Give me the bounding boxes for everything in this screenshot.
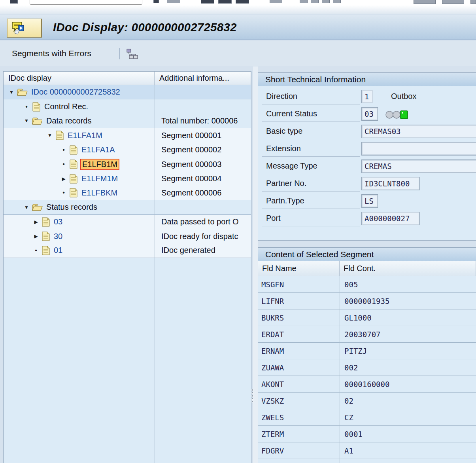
segment-field-row[interactable]: LIFNR 0000001935 bbox=[258, 293, 476, 309]
expander-icon[interactable]: ▶ bbox=[60, 176, 67, 181]
panel-splitter[interactable] bbox=[253, 66, 258, 463]
tree-row-control-rec[interactable]: • Control Rec. bbox=[4, 99, 251, 114]
field-content-cell: A1 bbox=[340, 446, 476, 455]
expander-icon[interactable]: ▼ bbox=[47, 133, 53, 138]
field-content-cell: PITZJ bbox=[340, 347, 476, 355]
tree-node-info: IDoc ready for dispatc bbox=[155, 229, 252, 243]
page-down-icon[interactable] bbox=[333, 0, 341, 3]
tree-column-divider[interactable] bbox=[155, 85, 155, 463]
help-icon[interactable] bbox=[470, 0, 476, 4]
leaf-dot-icon: • bbox=[60, 147, 67, 153]
segment-field-row[interactable]: FDGRV A1 bbox=[258, 442, 476, 459]
document-icon bbox=[42, 246, 50, 255]
column-header-fld-name[interactable]: Fld Name bbox=[258, 261, 340, 276]
direction-value-box[interactable]: 1 bbox=[362, 90, 373, 103]
field-content-cell: 0000160000 bbox=[340, 380, 476, 389]
command-field-input[interactable] bbox=[30, 0, 142, 5]
tree-row-e1lfm1m[interactable]: ▶ E1LFM1M Segment 000004 bbox=[4, 171, 251, 186]
column-header-fld-cont[interactable]: Fld Cont. bbox=[340, 261, 476, 276]
expander-icon[interactable]: ▼ bbox=[8, 90, 15, 95]
segment-field-row[interactable]: AKONT 0000160000 bbox=[258, 376, 476, 393]
segments-with-errors-button[interactable]: Segments with Errors bbox=[12, 41, 91, 66]
tree-node-label: Control Rec. bbox=[44, 102, 88, 111]
splitter-grip[interactable] bbox=[251, 389, 255, 402]
save-icon[interactable] bbox=[167, 0, 180, 3]
folder-icon bbox=[32, 117, 43, 125]
tree-node-info: IDoc generated bbox=[155, 243, 252, 257]
title-bar: IDoc Display: 0000000002725832 bbox=[0, 15, 476, 40]
field-content-cell: 0001 bbox=[340, 430, 476, 438]
tree-column-header-idoc-display[interactable]: IDoc display bbox=[4, 72, 155, 85]
field-basic-type: Basic type CREMAS03 bbox=[258, 123, 476, 141]
tree-row-e1lfbkm[interactable]: • E1LFBKM Segment 000006 bbox=[4, 186, 251, 200]
tree-column-header-additional-info[interactable]: Additional informa... bbox=[155, 72, 251, 85]
tree-row-e1lfa1m[interactable]: ▼ E1LFA1M Segment 000001 bbox=[4, 128, 251, 142]
field-content-cell: 20030707 bbox=[340, 330, 476, 339]
tree-row-status-03[interactable]: ▶ 03 Data passed to port O bbox=[4, 215, 251, 229]
field-content-cell: GL1000 bbox=[340, 313, 476, 322]
find-next-icon[interactable] bbox=[311, 0, 319, 3]
page-up-icon[interactable] bbox=[322, 0, 330, 3]
tree-row-e1lfa1a[interactable]: • E1LFA1A Segment 000002 bbox=[4, 143, 251, 157]
toolbar-icon-fragment[interactable] bbox=[153, 0, 159, 3]
print-icon[interactable] bbox=[270, 0, 282, 3]
field-label: Direction bbox=[266, 92, 297, 101]
tree-row-status-30[interactable]: ▶ 30 IDoc ready for dispatc bbox=[4, 229, 251, 243]
field-label: Current Status bbox=[266, 109, 317, 118]
segment-table-column-divider[interactable] bbox=[340, 276, 340, 463]
segment-field-row[interactable]: MSGFN 005 bbox=[258, 276, 476, 293]
basic-type-value-box[interactable]: CREMAS03 bbox=[362, 125, 476, 138]
gui-status-button[interactable] bbox=[7, 19, 42, 38]
expander-icon[interactable]: ▼ bbox=[23, 118, 30, 123]
segment-field-row[interactable]: ERNAM PITZJ bbox=[258, 343, 476, 359]
tree-row-e1lfb1m-selected[interactable]: • E1LFB1M Segment 000003 bbox=[4, 157, 251, 171]
cancel-icon[interactable] bbox=[236, 0, 249, 4]
document-icon bbox=[42, 232, 50, 241]
extension-value-box[interactable] bbox=[362, 142, 476, 155]
message-type-value-box[interactable]: CREMAS bbox=[362, 160, 476, 173]
tree-node-info: Segment 000002 bbox=[155, 143, 252, 157]
standard-toolbar-clipped bbox=[0, 0, 476, 5]
hierarchy-button[interactable] bbox=[125, 47, 139, 61]
partner-no-value-box[interactable]: ID3CLNT800 bbox=[362, 177, 419, 190]
field-partner-no: Partner No. ID3CLNT800 bbox=[258, 176, 476, 193]
segment-field-row[interactable]: BUKRS GL1000 bbox=[258, 309, 476, 326]
field-name-cell: BUKRS bbox=[258, 313, 340, 322]
segment-field-row[interactable]: ZUAWA 002 bbox=[258, 359, 476, 376]
leaf-dot-icon: • bbox=[33, 247, 39, 254]
direction-text: Outbox bbox=[391, 92, 416, 101]
segment-field-row[interactable]: ZWELS CZ bbox=[258, 409, 476, 426]
document-icon bbox=[69, 159, 78, 169]
segment-field-row[interactable]: ZTERM 0001 bbox=[258, 426, 476, 442]
current-status-value-box[interactable]: 03 bbox=[362, 108, 378, 120]
segment-field-row[interactable]: ERDAT 20030707 bbox=[258, 326, 476, 343]
tree-row-status-01[interactable]: • 01 IDoc generated bbox=[4, 243, 251, 258]
partn-type-value-box[interactable]: LS bbox=[362, 195, 378, 207]
hierarchy-icon bbox=[126, 48, 138, 60]
exit-icon[interactable] bbox=[218, 0, 232, 4]
field-content-cell: 0000001935 bbox=[340, 297, 476, 306]
expander-icon[interactable]: ▶ bbox=[33, 220, 39, 224]
field-label: Extension bbox=[266, 144, 301, 153]
toolbar-icon-fragment[interactable] bbox=[10, 0, 18, 4]
tree-row-idoc-root[interactable]: ▼ IDoc 0000000002725832 bbox=[4, 85, 251, 99]
tree-row-status-records[interactable]: ▼ Status records bbox=[4, 200, 251, 214]
shortcut-icon[interactable] bbox=[442, 0, 464, 4]
expander-icon[interactable]: ▶ bbox=[33, 234, 39, 239]
find-icon[interactable] bbox=[300, 0, 308, 3]
page-title: IDoc Display: 0000000002725832 bbox=[53, 15, 237, 40]
status-lights-icon bbox=[385, 110, 408, 121]
new-session-icon[interactable] bbox=[414, 0, 436, 4]
back-icon[interactable] bbox=[201, 0, 214, 4]
expander-icon[interactable]: ▼ bbox=[23, 205, 30, 210]
sap-idoc-display-window: { "window": { "title": "IDoc Display: 00… bbox=[0, 0, 476, 463]
field-name-cell: AKONT bbox=[258, 380, 340, 389]
tree-node-info: Segment 000006 bbox=[155, 186, 252, 200]
segment-field-row[interactable]: VZSKZ 02 bbox=[258, 393, 476, 409]
tree-node-label: 30 bbox=[54, 232, 62, 241]
field-port: Port A000000027 bbox=[258, 211, 476, 228]
segment-table-header: Fld Name Fld Cont. bbox=[258, 261, 476, 276]
leaf-dot-icon: • bbox=[60, 190, 67, 196]
port-value-box[interactable]: A000000027 bbox=[362, 212, 419, 225]
tree-row-data-records[interactable]: ▼ Data records Total number: 000006 bbox=[4, 114, 251, 128]
